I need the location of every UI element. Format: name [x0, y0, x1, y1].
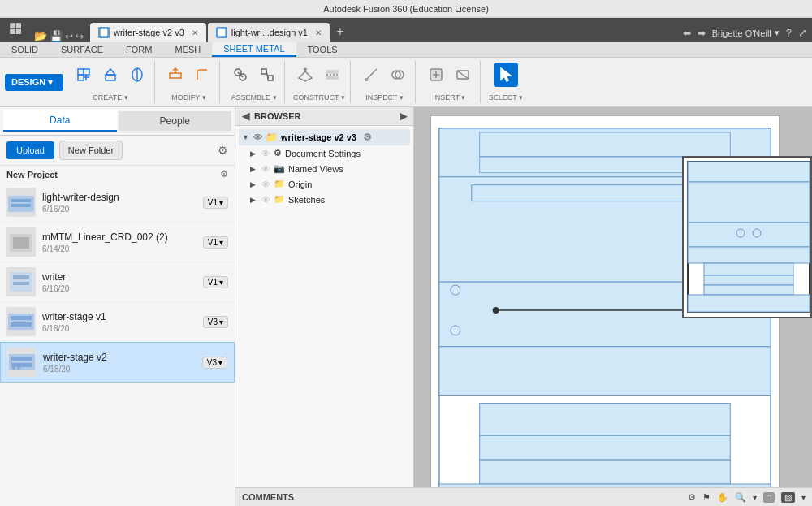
- new-joint-button[interactable]: [228, 63, 253, 87]
- measure-button[interactable]: [359, 63, 383, 87]
- svg-rect-3: [16, 29, 21, 34]
- modify-label[interactable]: MODIFY ▾: [171, 93, 205, 102]
- select-button[interactable]: [494, 63, 518, 87]
- list-item[interactable]: light-writer-design 6/16/20 V1 ▾: [0, 183, 235, 223]
- browser-sketches[interactable]: ▶ 👁 📁 Sketches: [239, 192, 410, 207]
- design-menu-button[interactable]: DESIGN ▾: [5, 74, 63, 91]
- tab-light-writer[interactable]: light-wri...design v1 ✕: [208, 23, 330, 42]
- browser-pin-icon[interactable]: ▶: [400, 110, 407, 122]
- back-icon[interactable]: ⬅: [683, 28, 691, 39]
- undo-icon[interactable]: ↩: [65, 31, 73, 42]
- select-label[interactable]: SELECT ▾: [489, 93, 523, 102]
- inspect-label[interactable]: INSPECT ▾: [365, 93, 403, 102]
- browser-doc-settings[interactable]: ▶ 👁 ⚙ Document Settings: [239, 145, 410, 161]
- svg-rect-24: [326, 71, 338, 73]
- bottom-display-toggle[interactable]: ▾: [801, 493, 806, 502]
- list-item[interactable]: writer 6/16/20 V1 ▾: [0, 262, 235, 302]
- svg-marker-12: [106, 69, 115, 75]
- root-visibility-icon[interactable]: 👁: [253, 132, 262, 142]
- root-settings-icon[interactable]: ⚙: [363, 132, 372, 143]
- left-panel: Data People Upload New Folder ⚙ New Proj…: [0, 107, 235, 506]
- interference-button[interactable]: [386, 63, 410, 87]
- bottom-flag-icon[interactable]: ⚑: [702, 492, 710, 503]
- user-menu[interactable]: Brigette O'Neill ▾: [712, 28, 780, 38]
- file-version-4[interactable]: V3 ▾: [202, 357, 227, 369]
- named-views-visibility[interactable]: 👁: [261, 164, 270, 174]
- svg-rect-5: [218, 29, 226, 37]
- toolbar-tab-mesh[interactable]: MESH: [163, 42, 212, 57]
- bottom-settings-icon[interactable]: ⚙: [688, 492, 696, 503]
- origin-label: Origin: [288, 179, 312, 189]
- svg-rect-80: [688, 247, 810, 263]
- list-item[interactable]: mMTM_Linear_CRD_002 (2) 6/14/20 V1 ▾: [0, 223, 235, 262]
- file-version-1[interactable]: V1 ▾: [203, 236, 228, 249]
- tab-writer-stage-close[interactable]: ✕: [192, 28, 198, 37]
- list-item[interactable]: writer-stage v2 6/18/20 V3 ▾: [0, 342, 235, 383]
- toolbar-tab-surface[interactable]: SURFACE: [50, 42, 114, 57]
- save-icon[interactable]: 💾: [50, 30, 63, 42]
- decal-button[interactable]: [451, 63, 475, 87]
- new-component-button[interactable]: [71, 63, 96, 87]
- revolve-button[interactable]: [125, 63, 149, 87]
- file-version-0[interactable]: V1 ▾: [203, 197, 228, 209]
- forward-icon[interactable]: ➡: [698, 28, 706, 39]
- bottom-zoom-dropdown[interactable]: ▾: [753, 493, 757, 502]
- upload-button[interactable]: Upload: [6, 141, 54, 159]
- file-name-2: writer: [42, 271, 197, 283]
- tab-light-writer-close[interactable]: ✕: [315, 28, 322, 37]
- fillet-button[interactable]: [190, 63, 214, 87]
- app-menu-icon[interactable]: [5, 18, 29, 42]
- toolbar-tab-tools[interactable]: TOOLS: [296, 42, 349, 57]
- tab-writer-stage[interactable]: writer-stage v2 v3 ✕: [90, 23, 206, 42]
- browser-sidebar: ◀ BROWSER ▶ ▼ 👁 📁 writer-stage v2 v3 ⚙: [235, 107, 414, 487]
- fullscreen-icon[interactable]: ⤢: [798, 27, 807, 39]
- redo-icon[interactable]: ↪: [76, 31, 84, 42]
- file-list: light-writer-design 6/16/20 V1 ▾ mMTM: [0, 183, 235, 506]
- browser-origin[interactable]: ▶ 👁 📁 Origin: [239, 176, 410, 192]
- bottom-display-mode2[interactable]: ▨: [781, 492, 795, 503]
- panel-tab-people[interactable]: People: [119, 111, 232, 131]
- assemble-label[interactable]: ASSEMBLE ▾: [231, 93, 276, 102]
- file-version-2[interactable]: V1 ▾: [203, 276, 228, 288]
- canvas-area[interactable]: FRONT: [414, 107, 812, 487]
- add-tab-button[interactable]: +: [331, 23, 349, 41]
- sketches-visibility[interactable]: 👁: [261, 195, 270, 205]
- toolbar-tab-sheet-metal[interactable]: SHEET METAL: [212, 42, 296, 57]
- file-info-0: light-writer-design 6/16/20: [42, 192, 197, 214]
- modify-group: MODIFY ▾: [158, 61, 220, 103]
- bottom-zoom-icon[interactable]: 🔍: [735, 492, 746, 503]
- panel-tab-data[interactable]: Data: [3, 110, 117, 132]
- offset-plane-button[interactable]: [293, 63, 317, 87]
- construct-icons: [293, 63, 344, 87]
- tab-light-writer-label: light-wri...design v1: [231, 28, 308, 37]
- file-thumb-4: [7, 348, 37, 377]
- extrude-button[interactable]: [98, 63, 123, 87]
- press-pull-button[interactable]: [163, 63, 188, 87]
- browser-collapse-icon[interactable]: ◀: [242, 110, 249, 122]
- help-icon[interactable]: ?: [786, 27, 792, 39]
- svg-line-36: [457, 71, 469, 79]
- bottom-hand-icon[interactable]: ✋: [717, 492, 728, 503]
- insert-derive-button[interactable]: [424, 63, 448, 87]
- tab-bar: 📂 💾 ↩ ↪ writer-stage v2 v3 ✕ light-wri..…: [0, 18, 812, 42]
- panel-settings-icon[interactable]: ⚙: [218, 144, 228, 157]
- construct-label[interactable]: CONSTRUCT ▾: [293, 93, 345, 102]
- create-label[interactable]: CREATE ▾: [93, 93, 127, 102]
- open-file-icon[interactable]: 📂: [34, 30, 47, 42]
- as-built-joint-button[interactable]: [255, 63, 279, 87]
- toolbar-tab-form[interactable]: FORM: [114, 42, 163, 57]
- midplane-button[interactable]: [320, 63, 344, 87]
- list-item[interactable]: writer-stage v1 6/18/20 V3 ▾: [0, 302, 235, 342]
- mini-viewport[interactable]: [682, 156, 812, 318]
- origin-visibility[interactable]: 👁: [261, 179, 270, 189]
- browser-named-views[interactable]: ▶ 👁 📷 Named Views: [239, 161, 410, 176]
- insert-label[interactable]: INSERT ▾: [433, 93, 465, 102]
- toolbar-tab-solid[interactable]: SOLID: [0, 42, 50, 57]
- bottom-display-mode1[interactable]: □: [763, 492, 775, 503]
- new-folder-button[interactable]: New Folder: [59, 141, 123, 160]
- browser-root-item[interactable]: ▼ 👁 📁 writer-stage v2 v3 ⚙: [239, 129, 410, 145]
- file-version-3[interactable]: V3 ▾: [203, 316, 228, 328]
- svg-rect-41: [13, 237, 29, 249]
- new-project-settings-icon[interactable]: ⚙: [220, 169, 228, 179]
- doc-settings-visibility[interactable]: 👁: [261, 149, 270, 158]
